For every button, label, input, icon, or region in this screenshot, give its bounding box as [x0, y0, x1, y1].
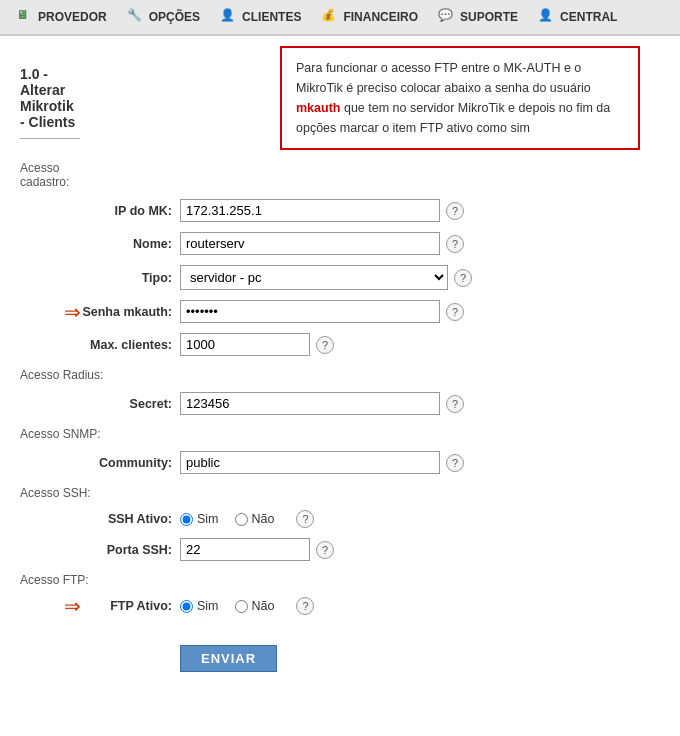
row-ssh-ativo: SSH Ativo: Sim Não ? [20, 510, 660, 528]
nav-suporte-label: SUPORTE [460, 10, 518, 24]
radio-ftp-nao-input[interactable] [235, 600, 248, 613]
row-community: Community: ? [20, 451, 660, 474]
arrow-ftp: ⇒ [64, 594, 81, 618]
info-highlight: mkauth [296, 101, 340, 115]
row-ftp-ativo: ⇒ FTP Ativo: Sim Não ? [20, 597, 660, 615]
row-nome: Nome: ? [20, 232, 660, 255]
main-content: Para funcionar o acesso FTP entre o MK-A… [0, 36, 680, 736]
nav-opcoes[interactable]: 🔧 OPÇÕES [119, 4, 208, 30]
opcoes-icon: 🔧 [127, 8, 145, 26]
help-ip-mk[interactable]: ? [446, 202, 464, 220]
input-ip-mk[interactable] [180, 199, 440, 222]
label-tipo: Tipo: [20, 271, 180, 285]
help-senha-mkauth[interactable]: ? [446, 303, 464, 321]
submit-row: ENVIAR [20, 631, 660, 672]
help-secret[interactable]: ? [446, 395, 464, 413]
help-porta-ssh[interactable]: ? [316, 541, 334, 559]
clientes-icon: 👤 [220, 8, 238, 26]
label-secret: Secret: [20, 397, 180, 411]
top-navigation: 🖥 PROVEDOR 🔧 OPÇÕES 👤 CLIENTES 💰 FINANCE… [0, 0, 680, 36]
nav-central-label: CENTRAL [560, 10, 617, 24]
radio-ssh-nao[interactable]: Não [235, 512, 275, 526]
nav-financeiro-label: FINANCEIRO [343, 10, 418, 24]
help-ftp-ativo[interactable]: ? [296, 597, 314, 615]
info-text-before: Para funcionar o acesso FTP entre o MK-A… [296, 61, 591, 95]
row-tipo: Tipo: servidor - pc cliente outro ? [20, 265, 660, 290]
suporte-icon: 💬 [438, 8, 456, 26]
row-porta-ssh: Porta SSH: ? [20, 538, 660, 561]
radio-group-ssh-ativo: Sim Não ? [180, 510, 314, 528]
label-ssh-ativo: SSH Ativo: [20, 512, 180, 526]
nav-provedor-label: PROVEDOR [38, 10, 107, 24]
input-max-clientes[interactable] [180, 333, 310, 356]
select-tipo[interactable]: servidor - pc cliente outro [180, 265, 448, 290]
row-secret: Secret: ? [20, 392, 660, 415]
central-icon: 👤 [538, 8, 556, 26]
section-acesso-cadastro: Acesso cadastro: [20, 161, 660, 189]
radio-group-ftp-ativo: Sim Não ? [180, 597, 314, 615]
provedor-icon: 🖥 [16, 8, 34, 26]
radio-ftp-sim[interactable]: Sim [180, 599, 219, 613]
title-divider [20, 138, 80, 139]
page-title: 1.0 - Alterar Mikrotik - Clients [20, 66, 80, 130]
radio-ftp-nao-label: Não [252, 599, 275, 613]
label-ftp-ativo: FTP Ativo: [20, 599, 180, 613]
help-nome[interactable]: ? [446, 235, 464, 253]
info-box: Para funcionar o acesso FTP entre o MK-A… [280, 46, 640, 150]
nav-clientes-label: CLIENTES [242, 10, 301, 24]
help-ssh-ativo[interactable]: ? [296, 510, 314, 528]
nav-suporte[interactable]: 💬 SUPORTE [430, 4, 526, 30]
info-text-after: que tem no servidor MikroTik e depois no… [296, 101, 610, 135]
input-senha-mkauth[interactable] [180, 300, 440, 323]
radio-ftp-sim-label: Sim [197, 599, 219, 613]
input-secret[interactable] [180, 392, 440, 415]
radio-ssh-sim-input[interactable] [180, 513, 193, 526]
label-porta-ssh: Porta SSH: [20, 543, 180, 557]
section-acesso-ftp: Acesso FTP: [20, 573, 660, 587]
radio-ssh-sim[interactable]: Sim [180, 512, 219, 526]
label-nome: Nome: [20, 237, 180, 251]
nav-financeiro[interactable]: 💰 FINANCEIRO [313, 4, 426, 30]
nav-opcoes-label: OPÇÕES [149, 10, 200, 24]
help-tipo[interactable]: ? [454, 269, 472, 287]
label-community: Community: [20, 456, 180, 470]
input-nome[interactable] [180, 232, 440, 255]
radio-ssh-nao-label: Não [252, 512, 275, 526]
financeiro-icon: 💰 [321, 8, 339, 26]
help-community[interactable]: ? [446, 454, 464, 472]
radio-ftp-nao[interactable]: Não [235, 599, 275, 613]
help-max-clientes[interactable]: ? [316, 336, 334, 354]
arrow-senha: ⇒ [64, 300, 81, 324]
input-porta-ssh[interactable] [180, 538, 310, 561]
enviar-button[interactable]: ENVIAR [180, 645, 277, 672]
radio-ssh-sim-label: Sim [197, 512, 219, 526]
label-senha-mkauth: Senha mkauth: [20, 305, 180, 319]
row-senha-mkauth: ⇒ Senha mkauth: ? [20, 300, 660, 323]
label-ip-mk: IP do MK: [20, 204, 180, 218]
section-acesso-ssh: Acesso SSH: [20, 486, 660, 500]
nav-provedor[interactable]: 🖥 PROVEDOR [8, 4, 115, 30]
section-acesso-radius: Acesso Radius: [20, 368, 660, 382]
radio-ftp-sim-input[interactable] [180, 600, 193, 613]
row-ip-mk: IP do MK: ? [20, 199, 660, 222]
radio-ssh-nao-input[interactable] [235, 513, 248, 526]
input-community[interactable] [180, 451, 440, 474]
label-max-clientes: Max. clientes: [20, 338, 180, 352]
row-max-clientes: Max. clientes: ? [20, 333, 660, 356]
nav-central[interactable]: 👤 CENTRAL [530, 4, 625, 30]
nav-clientes[interactable]: 👤 CLIENTES [212, 4, 309, 30]
section-acesso-snmp: Acesso SNMP: [20, 427, 660, 441]
